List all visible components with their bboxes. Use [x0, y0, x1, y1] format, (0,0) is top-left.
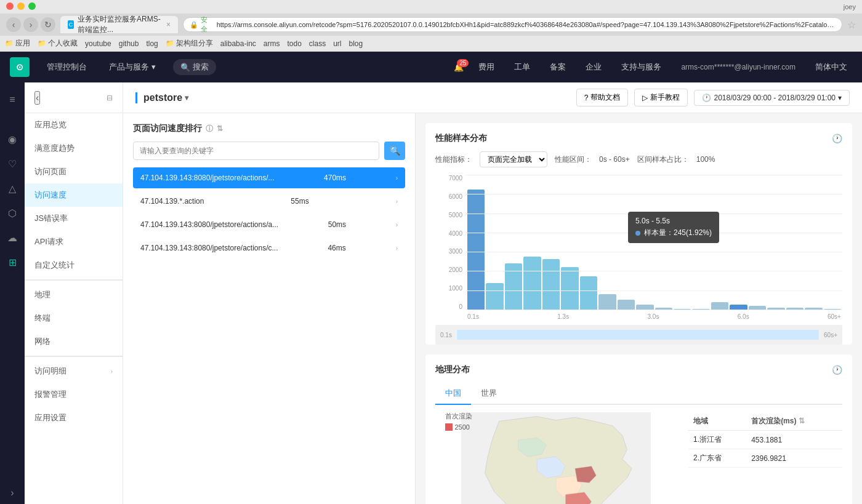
map-info-icon[interactable]: 🕐	[832, 365, 842, 375]
nav-billing[interactable]: 费用	[473, 59, 499, 75]
page-item-0[interactable]: 47.104.139.143:8080/jpetstore/actions/..…	[133, 167, 405, 188]
forward-button[interactable]: ›	[23, 17, 38, 32]
sidebar-icon-overview[interactable]: ◉	[1, 128, 23, 150]
bookmark-star[interactable]: ☆	[847, 19, 856, 31]
y-label-4000: 4000	[449, 230, 462, 237]
back-button[interactable]: ‹	[6, 17, 21, 32]
x-label-0.1s: 0.1s	[467, 313, 479, 320]
bookmark-tlog[interactable]: tlog	[146, 39, 158, 48]
sidebar-icon-menu[interactable]: ≡	[1, 89, 23, 111]
col-region: 地域	[688, 412, 746, 431]
nav-item-alert-mgmt[interactable]: 报警管理	[25, 383, 123, 406]
nav-item-label: 报警管理	[34, 389, 66, 400]
bookmark-personal[interactable]: 📁 个人收藏	[38, 38, 78, 49]
page-ms-2: 50ms	[328, 220, 346, 229]
sidebar-icon-cloud[interactable]: ☁	[1, 226, 23, 249]
bookmark-github[interactable]: github	[119, 39, 139, 48]
nav-enterprise[interactable]: 企业	[581, 59, 606, 75]
bookmark-label: 架构组分享	[176, 38, 213, 49]
nav-item-label: 自定义统计	[34, 260, 75, 271]
bar-16	[767, 308, 784, 310]
help-doc-button[interactable]: ? 帮助文档	[576, 89, 629, 106]
page-item-3[interactable]: 47.104.139.143:8080/jpetstore/actions/c.…	[133, 238, 405, 258]
tutorial-button[interactable]: ▷ 新手教程	[634, 89, 688, 106]
security-label: 安全	[201, 15, 214, 34]
page-header: petstore ▾ ? 帮助文档 ▷ 新手教程 🕐 2018/03/29 00…	[123, 82, 862, 113]
nav-lang[interactable]: 简体中文	[810, 59, 852, 75]
bookmark-blog[interactable]: blog	[349, 39, 363, 48]
metric-select[interactable]: 页面完全加载	[480, 151, 547, 167]
bar-9	[636, 305, 653, 310]
browser-tab[interactable]: C 业务实时监控服务ARMS-前端监控... ×	[60, 16, 178, 33]
sort-arrows-icon[interactable]: ⇅	[799, 417, 805, 425]
bookmark-apps[interactable]: 📁 应用	[5, 38, 30, 49]
range-value: 0s - 60s+	[599, 155, 630, 164]
nav-item-visit-detail[interactable]: 访问明细 ›	[25, 359, 123, 383]
folder-icon: 📁	[5, 39, 14, 47]
sidebar-icon-expand-bottom[interactable]: ›	[1, 482, 23, 504]
nav-item-satisfaction[interactable]: 满意度趋势	[25, 137, 123, 160]
sort-icon[interactable]: ⇅	[217, 124, 223, 133]
nav-item-overview[interactable]: 应用总览	[25, 113, 123, 137]
collapse-button[interactable]: ‹	[34, 91, 40, 105]
bookmark-todo[interactable]: todo	[287, 39, 301, 48]
reload-button[interactable]: ↻	[41, 17, 55, 32]
nav-item-terminal[interactable]: 终端	[25, 306, 123, 330]
left-panel: 页面访问速度排行 ⓘ ⇅ 🔍 47.104.139.143:8080/jpets…	[123, 113, 416, 504]
page-item-1[interactable]: 47.104.139.*.action 55ms ›	[133, 191, 405, 212]
bookmark-arch[interactable]: 📁 架构组分享	[166, 38, 213, 49]
date-range-picker[interactable]: 🕐 2018/03/29 00:00 - 2018/03/29 01:00 ▾	[694, 90, 850, 106]
bar-5	[561, 267, 578, 310]
sidebar-icon-service[interactable]: ⬡	[1, 202, 23, 224]
sidebar-icon-alert[interactable]: △	[1, 177, 23, 199]
page-item-2[interactable]: 47.104.139.143:8080/jpetstore/actions/a.…	[133, 214, 405, 235]
col-value-label: 首次渲染(ms)	[751, 417, 796, 425]
nav-item-app-settings[interactable]: 应用设置	[25, 406, 123, 430]
bookmark-class[interactable]: class	[309, 39, 326, 48]
nav-filing[interactable]: 备案	[545, 59, 571, 75]
search-button[interactable]: 🔍	[384, 142, 405, 160]
bookmark-youtube[interactable]: youtube	[85, 39, 111, 48]
table-header-row: 地域 首次渲染(ms) ⇅	[688, 412, 842, 431]
chart-info-icon[interactable]: 🕐	[832, 134, 842, 143]
tab-world[interactable]: 世界	[471, 383, 507, 404]
app-selector[interactable]: petstore ▾	[135, 92, 188, 103]
nav-item-geo[interactable]: 地理	[25, 283, 123, 306]
bookmark-alibaba[interactable]: alibaba-inc	[220, 39, 256, 48]
info-icon[interactable]: ⓘ	[206, 124, 213, 134]
sidebar-icon-satisfaction[interactable]: ♡	[1, 153, 23, 175]
nav-item-api[interactable]: API请求	[25, 230, 123, 254]
bar-17	[786, 308, 804, 310]
nav-item-pages[interactable]: 访问页面	[25, 160, 123, 183]
notification-bell[interactable]: 🔔 25	[454, 63, 464, 72]
page-url-0: 47.104.139.143:8080/jpetstore/actions/..…	[140, 174, 275, 182]
user-email[interactable]: arms-com*******@aliyun-inner.com	[676, 60, 800, 74]
nav-console[interactable]: 管理控制台	[42, 59, 92, 75]
nav-item-label: 访问页面	[34, 166, 66, 177]
y-label-6000: 6000	[449, 193, 462, 200]
nav-support[interactable]: 支持与服务	[616, 59, 666, 75]
bookmark-url[interactable]: url	[333, 39, 341, 48]
minimap-bar[interactable]	[457, 330, 819, 340]
minimap[interactable]: 0.1s 60s+	[435, 325, 842, 345]
close-button[interactable]	[6, 2, 14, 10]
bar-10	[655, 308, 672, 310]
search-input[interactable]	[133, 142, 379, 160]
bookmark-arms[interactable]: arms	[264, 39, 280, 48]
nav-item-js-error[interactable]: JS错误率	[25, 207, 123, 230]
nav-ticket[interactable]: 工单	[509, 59, 535, 75]
maximize-button[interactable]	[28, 2, 36, 10]
legend-label: 首次渲染	[445, 412, 472, 421]
nav-products[interactable]: 产品与服务	[104, 59, 161, 75]
notification-badge: 25	[457, 59, 469, 67]
url-bar[interactable]: 🔒 安全 https://arms.console.aliyun.com/ret…	[183, 17, 842, 32]
nav-item-network[interactable]: 网络	[25, 330, 123, 353]
sidebar-icon-active[interactable]: ⊞	[1, 251, 23, 273]
minimize-button[interactable]	[17, 2, 25, 10]
nav-search[interactable]: 🔍 搜索	[173, 59, 216, 75]
tab-close[interactable]: ×	[166, 20, 171, 29]
tab-china[interactable]: 中国	[435, 383, 471, 405]
nav-item-speed[interactable]: 访问速度	[25, 183, 123, 207]
nav-item-custom[interactable]: 自定义统计	[25, 254, 123, 277]
bar-18	[805, 308, 822, 310]
